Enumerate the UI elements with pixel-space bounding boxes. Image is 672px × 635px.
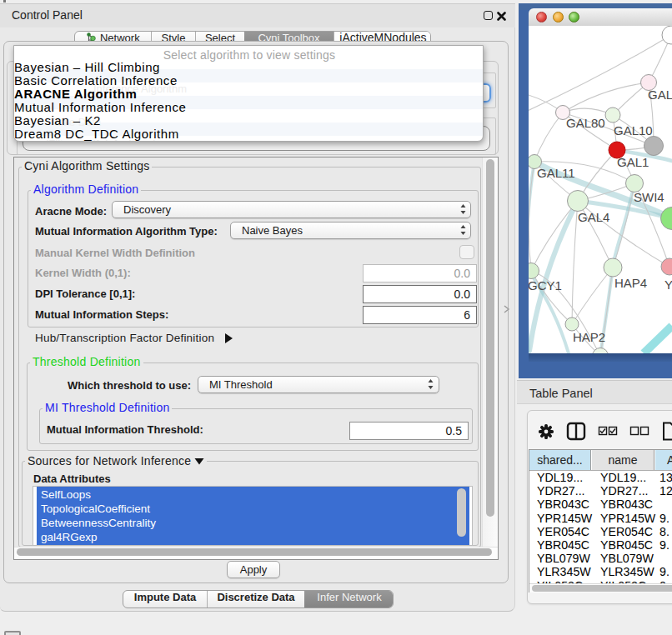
svg-text:GAL1: GAL1 xyxy=(617,155,649,169)
svg-text:YJ: YJ xyxy=(664,278,672,292)
svg-text:GAL10: GAL10 xyxy=(614,123,653,138)
svg-text:HAP2: HAP2 xyxy=(573,330,605,344)
svg-text:GAL4: GAL4 xyxy=(578,210,609,224)
svg-text:HAP4: HAP4 xyxy=(614,276,647,290)
svg-text:GAL7: GAL7 xyxy=(648,88,672,102)
svg-text:GAL80: GAL80 xyxy=(566,116,605,130)
svg-text:GAL11: GAL11 xyxy=(537,166,575,180)
svg-text:GCY1: GCY1 xyxy=(529,278,562,292)
svg-text:SWI4: SWI4 xyxy=(634,190,664,204)
